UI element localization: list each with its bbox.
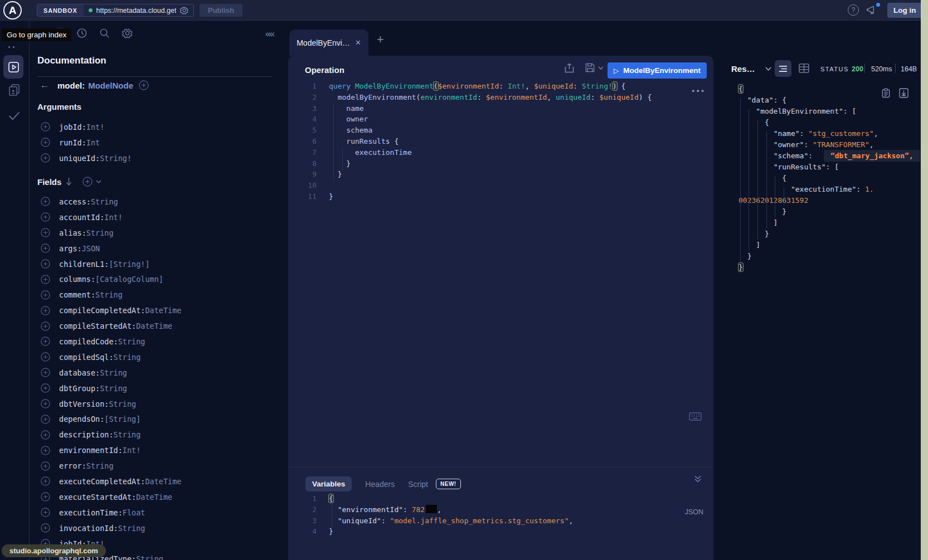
collapse-panel-icon[interactable]: «« bbox=[265, 28, 274, 40]
doc-field-row[interactable]: compileStartedAt: DateTime bbox=[37, 318, 283, 334]
notification-dot bbox=[876, 3, 880, 7]
add-field-icon[interactable] bbox=[41, 523, 50, 533]
save-operation-icon[interactable] bbox=[585, 63, 595, 72]
add-field-icon[interactable] bbox=[41, 383, 50, 393]
doc-field-row[interactable]: columns: [CatalogColumn] bbox=[37, 271, 283, 287]
sort-fields-icon[interactable] bbox=[65, 177, 72, 186]
save-menu-chevron-icon[interactable] bbox=[598, 66, 604, 70]
add-field-icon[interactable] bbox=[41, 290, 50, 300]
add-field-icon[interactable] bbox=[41, 476, 50, 486]
doc-field-row[interactable]: invocationId: String bbox=[37, 520, 283, 536]
add-field-icon[interactable] bbox=[41, 275, 50, 284]
variables-mode-label: JSON bbox=[685, 508, 703, 516]
doc-field-row[interactable]: compileCompletedAt: DateTime bbox=[37, 303, 283, 318]
graph-index-icon[interactable] bbox=[8, 46, 14, 48]
table-view-icon[interactable] bbox=[799, 64, 809, 73]
add-field-icon[interactable] bbox=[41, 197, 50, 206]
doc-field-row[interactable]: access: String bbox=[37, 194, 283, 210]
add-field-icon[interactable] bbox=[41, 415, 50, 424]
endpoint-url-input[interactable]: https://metadata.cloud.get bbox=[84, 4, 194, 16]
doc-field-row[interactable]: executionTime: Float bbox=[37, 505, 283, 520]
add-field-icon[interactable] bbox=[41, 306, 50, 315]
apollo-studio-window: SANDBOX https://metadata.cloud.get Publi… bbox=[0, 0, 928, 560]
add-field-icon[interactable] bbox=[41, 337, 50, 346]
operation-tab[interactable]: ModelByEnvi… ✕ bbox=[289, 30, 368, 56]
share-operation-icon[interactable] bbox=[565, 63, 574, 73]
doc-field-row[interactable]: runId: Int bbox=[37, 135, 283, 150]
doc-field-row[interactable]: args: JSON bbox=[37, 241, 283, 256]
add-field-icon[interactable] bbox=[41, 212, 50, 222]
publish-button[interactable]: Publish bbox=[200, 4, 242, 17]
doc-field-row[interactable]: environmentId: Int! bbox=[37, 442, 283, 458]
doc-field-row[interactable]: uniqueId: String! bbox=[37, 150, 283, 166]
add-field-icon[interactable] bbox=[41, 430, 50, 440]
add-field-icon[interactable] bbox=[41, 259, 50, 269]
add-field-icon[interactable] bbox=[41, 399, 50, 408]
close-tab-icon[interactable]: ✕ bbox=[355, 38, 361, 47]
add-field-icon[interactable] bbox=[41, 352, 50, 362]
add-field-icon[interactable] bbox=[41, 446, 50, 455]
back-arrow-icon[interactable]: ← bbox=[37, 80, 52, 91]
nav-collections[interactable] bbox=[8, 84, 21, 97]
add-field-icon[interactable] bbox=[41, 138, 50, 147]
response-json-viewer[interactable]: { "data": { "modelByEnvironment": [ { "n… bbox=[716, 84, 921, 273]
doc-field-row[interactable]: database: String bbox=[37, 365, 283, 381]
settings-gear-icon[interactable] bbox=[122, 28, 133, 38]
doc-field-row[interactable]: dbtVersion: String bbox=[37, 396, 283, 412]
add-field-icon[interactable] bbox=[41, 461, 50, 471]
fields-list: access: StringaccountId: Int!alias: Stri… bbox=[37, 194, 283, 560]
add-field-icon[interactable] bbox=[41, 508, 50, 517]
add-field-icon[interactable] bbox=[41, 244, 50, 253]
response-menu-chevron-icon[interactable] bbox=[765, 67, 771, 71]
response-format-toggle-active[interactable] bbox=[775, 60, 791, 77]
doc-field-row[interactable]: childrenL1: [String!] bbox=[37, 256, 283, 272]
doc-field-row[interactable]: dependsOn: [String] bbox=[37, 411, 283, 427]
arguments-heading: Arguments bbox=[37, 102, 81, 111]
collapse-bottom-panel-icon[interactable] bbox=[694, 475, 702, 483]
doc-field-row[interactable]: accountId: Int! bbox=[37, 210, 283, 225]
doc-type-link[interactable]: ModelNode bbox=[88, 81, 133, 90]
doc-field-row[interactable]: dbtGroup: String bbox=[37, 381, 283, 396]
doc-field-row[interactable]: compiledSql: String bbox=[37, 349, 283, 365]
search-icon[interactable] bbox=[99, 28, 110, 38]
doc-field-row[interactable]: jobId: Int! bbox=[37, 119, 283, 135]
help-icon[interactable]: ? bbox=[848, 4, 859, 16]
tab-variables[interactable]: Variables bbox=[305, 476, 352, 491]
operation-tab-title: ModelByEnvi… bbox=[297, 38, 350, 47]
variables-editor[interactable]: 1{2 "environmentId": 782,3 "uniqueId": "… bbox=[288, 493, 713, 537]
doc-field-row[interactable]: executeStartedAt: DateTime bbox=[37, 489, 283, 505]
doc-field-row[interactable]: compiledCode: String bbox=[37, 334, 283, 349]
endpoint-url-text[interactable]: https://metadata.cloud.get bbox=[96, 7, 177, 14]
go-to-graph-index-tooltip: Go to graph index bbox=[2, 28, 71, 41]
announcements-megaphone-icon[interactable] bbox=[866, 4, 878, 15]
login-button[interactable]: Log in bbox=[887, 3, 922, 18]
add-fields-menu[interactable] bbox=[82, 177, 101, 187]
add-field-icon[interactable] bbox=[41, 368, 50, 377]
new-tab-button[interactable]: + bbox=[377, 32, 384, 47]
doc-field-row[interactable]: description: String bbox=[37, 427, 283, 442]
add-all-fields-icon[interactable] bbox=[139, 80, 149, 90]
add-field-icon[interactable] bbox=[41, 492, 50, 501]
doc-field-row[interactable]: alias: String bbox=[37, 225, 283, 241]
apollo-logo[interactable]: A bbox=[3, 1, 22, 20]
graph-endpoint-group: SANDBOX https://metadata.cloud.get bbox=[37, 4, 194, 17]
nav-checks[interactable] bbox=[8, 111, 21, 121]
doc-field-row[interactable]: error: String bbox=[37, 458, 283, 474]
add-field-icon[interactable] bbox=[41, 228, 50, 237]
history-icon[interactable] bbox=[76, 28, 87, 38]
tab-script[interactable]: Script bbox=[408, 480, 428, 489]
doc-field-name: model: bbox=[57, 81, 85, 90]
doc-field-row[interactable]: executeCompletedAt: DateTime bbox=[37, 474, 283, 489]
doc-field-row[interactable]: comment: String bbox=[37, 287, 283, 303]
nav-explorer-active-tile[interactable] bbox=[3, 55, 23, 79]
panel-divider[interactable] bbox=[288, 467, 713, 468]
add-field-icon[interactable] bbox=[41, 122, 50, 132]
browser-status-url: studio.apollographql.com bbox=[2, 544, 106, 557]
tab-headers[interactable]: Headers bbox=[365, 480, 395, 489]
keyboard-shortcuts-icon[interactable] bbox=[689, 412, 702, 421]
endpoint-settings-gear-icon[interactable] bbox=[180, 6, 188, 14]
graphql-editor[interactable]: 1query ModelByEnvironment($environmentId… bbox=[288, 81, 713, 202]
add-field-icon[interactable] bbox=[41, 153, 50, 163]
add-field-icon[interactable] bbox=[41, 322, 50, 331]
run-operation-button[interactable]: ▷ ModelByEnvironment bbox=[608, 62, 707, 79]
